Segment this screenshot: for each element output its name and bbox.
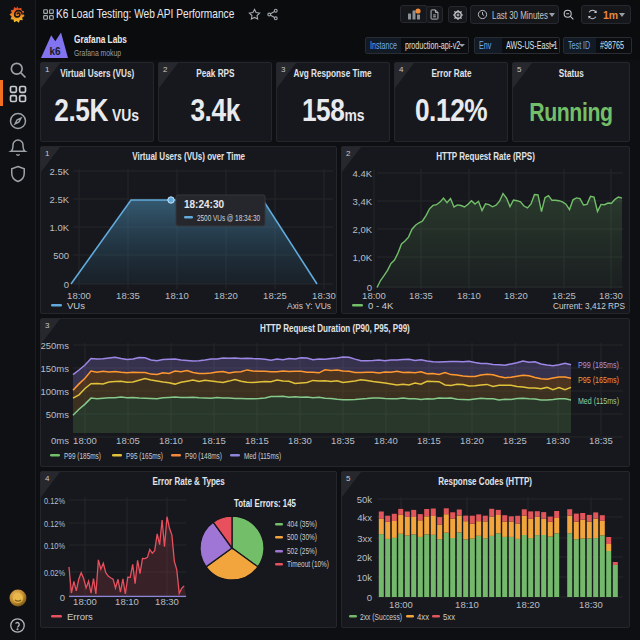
svg-text:18:25: 18:25	[263, 290, 287, 301]
svg-text:P95 (165ms): P95 (165ms)	[126, 450, 163, 461]
svg-text:250ms: 250ms	[41, 340, 69, 351]
svg-text:0 - 4K: 0 - 4K	[368, 300, 394, 311]
svg-text:18:10: 18:10	[115, 596, 139, 607]
svg-text:Med (115ms): Med (115ms)	[578, 395, 619, 406]
svg-text:18:20: 18:20	[214, 290, 238, 301]
svg-text:Med (115ms): Med (115ms)	[244, 450, 281, 461]
svg-text:P99 (185ms): P99 (185ms)	[64, 450, 101, 461]
svg-text:18:10: 18:10	[455, 599, 479, 610]
svg-text:Total Errors: 145: Total Errors: 145	[234, 497, 296, 509]
svg-text:18:35: 18:35	[589, 435, 613, 446]
svg-text:50ms: 50ms	[46, 409, 69, 420]
svg-text:P99 (185ms): P99 (185ms)	[578, 359, 619, 370]
svg-text:4kx: 4kx	[357, 512, 372, 523]
svg-text:18:15: 18:15	[202, 435, 226, 446]
svg-text:18:10: 18:10	[165, 290, 189, 301]
svg-text:0.10%: 0.10%	[44, 540, 65, 551]
svg-text:5xx: 5xx	[443, 611, 455, 622]
svg-text:500: 500	[53, 250, 69, 261]
svg-text:3,4K: 3,4K	[352, 196, 372, 207]
svg-text:P95 (165ms): P95 (165ms)	[578, 374, 619, 385]
svg-text:1,0K: 1,0K	[352, 252, 372, 263]
svg-text:2,0K: 2,0K	[352, 224, 372, 235]
svg-text:18:05: 18:05	[116, 435, 140, 446]
svg-text:20k: 20k	[357, 552, 373, 563]
svg-text:18:20: 18:20	[516, 599, 540, 610]
svg-text:1.0K: 1.0K	[49, 222, 69, 233]
svg-text:18:00: 18:00	[73, 596, 97, 607]
svg-text:0ms: 0ms	[51, 435, 69, 446]
svg-text:18:20: 18:20	[504, 290, 528, 301]
svg-text:0: 0	[60, 592, 65, 603]
svg-text:2xx (Success): 2xx (Success)	[360, 611, 402, 622]
svg-text:0.12%: 0.12%	[44, 518, 65, 529]
svg-text:50k: 50k	[357, 494, 373, 505]
svg-text:0: 0	[64, 279, 69, 290]
svg-text:500 (30%): 500 (30%)	[287, 531, 317, 542]
svg-text:18:30: 18:30	[579, 599, 603, 610]
svg-text:150ms: 150ms	[41, 363, 69, 374]
svg-text:404 (35%): 404 (35%)	[287, 518, 317, 529]
svg-text:0.12%: 0.12%	[44, 495, 65, 506]
svg-text:4xx: 4xx	[417, 611, 429, 622]
svg-text:0: 0	[367, 592, 372, 603]
svg-text:18:35: 18:35	[409, 290, 433, 301]
svg-text:18:35: 18:35	[331, 435, 355, 446]
svg-text:18:00: 18:00	[73, 435, 97, 446]
svg-text:2.5K: 2.5K	[49, 166, 69, 177]
svg-text:18:15: 18:15	[245, 435, 269, 446]
svg-text:3xx: 3xx	[357, 533, 372, 544]
svg-text:18:25: 18:25	[503, 435, 527, 446]
svg-text:k6: k6	[50, 46, 62, 57]
svg-text:18:30: 18:30	[288, 435, 312, 446]
svg-text:18:15: 18:15	[417, 435, 441, 446]
svg-text:4.4K: 4.4K	[352, 168, 372, 179]
svg-text:18:30: 18:30	[155, 596, 179, 607]
svg-text:Timeout (10%): Timeout (10%)	[287, 558, 329, 569]
svg-text:Current: 3,412 RPS: Current: 3,412 RPS	[553, 300, 625, 311]
svg-text:Axis Y: VUs: Axis Y: VUs	[287, 300, 331, 311]
svg-text:18:00: 18:00	[389, 599, 413, 610]
svg-text:P90 (148ms): P90 (148ms)	[185, 450, 222, 461]
svg-text:502 (25%): 502 (25%)	[287, 545, 317, 556]
svg-text:18:24:30: 18:24:30	[184, 199, 224, 210]
svg-text:18:35: 18:35	[116, 290, 140, 301]
svg-text:VUs: VUs	[67, 300, 85, 311]
svg-text:18:10: 18:10	[457, 290, 481, 301]
svg-text:10k: 10k	[357, 572, 373, 583]
svg-text:Errors: Errors	[67, 611, 93, 622]
svg-text:100ms: 100ms	[41, 386, 69, 397]
svg-text:0.02%: 0.02%	[44, 567, 65, 578]
svg-text:18:40: 18:40	[374, 435, 398, 446]
svg-text:2500 VUs @ 18:34:30: 2500 VUs @ 18:34:30	[197, 212, 260, 223]
svg-text:18:10: 18:10	[159, 435, 183, 446]
svg-text:18:20: 18:20	[460, 435, 484, 446]
svg-text:18:30: 18:30	[546, 435, 570, 446]
svg-text:2.5K: 2.5K	[49, 194, 69, 205]
